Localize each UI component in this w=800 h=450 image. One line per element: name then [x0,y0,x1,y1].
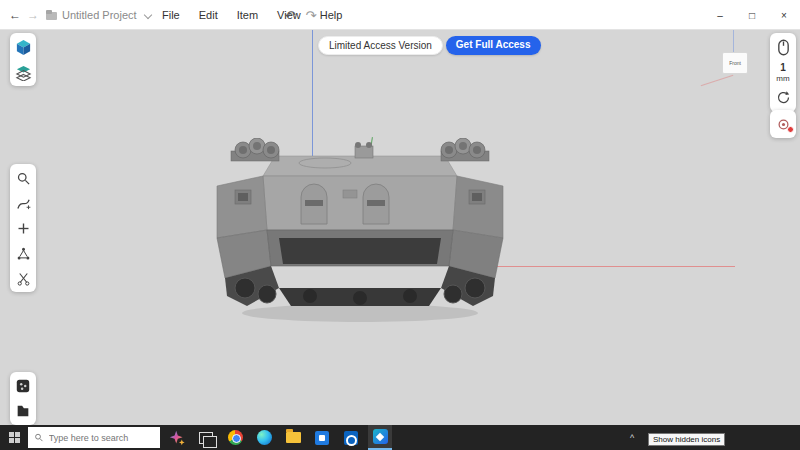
windows-logo-icon [9,432,20,443]
share-button[interactable]: Share [644,5,689,25]
window-controls: – □ × [704,0,800,30]
mouse-settings-button[interactable] [773,37,793,57]
viewcube-x-line [701,75,734,86]
capture-icon [15,403,31,419]
plus-icon [16,221,31,236]
search-icon [16,171,31,186]
move-tool-button[interactable] [13,243,33,263]
get-full-access-button[interactable]: Get Full Access [446,36,541,55]
search-icon [34,432,44,443]
outlook-icon [344,431,358,445]
maximize-button[interactable]: □ [736,0,768,30]
model-3d-apc[interactable] [205,138,515,333]
taskbar-app-chrome[interactable] [223,425,247,450]
taskbar-app-explorer[interactable] [281,425,305,450]
viewcube-z-line [733,28,734,52]
menu-help[interactable]: Help [320,9,343,21]
show-hidden-icons-button[interactable]: ^ [630,433,634,443]
task-view-button[interactable] [194,425,218,450]
hidden-icons-tooltip: Show hidden icons [648,433,725,446]
menu-item[interactable]: Item [237,9,258,21]
start-button[interactable] [0,425,28,450]
redo-button[interactable]: ↷ [301,5,321,25]
undo-button[interactable]: ↶ [280,5,300,25]
cad-app-icon [373,429,388,444]
sparkle-icon [169,430,185,446]
material-tool-button[interactable] [13,376,33,396]
taskbar-app-store[interactable] [310,425,334,450]
search-input[interactable] [49,433,154,443]
project-icon [45,8,58,21]
orbit-icon [776,90,791,105]
titlebar: ← → Untitled Project File Edit Item View… [0,0,800,30]
menu-edit[interactable]: Edit [199,9,218,21]
add-tool-button[interactable] [13,218,33,238]
cut-tool-button[interactable] [13,268,33,288]
zoom-tool-button[interactable] [13,168,33,188]
chrome-icon [228,430,243,445]
scene-panel [10,33,36,86]
edge-icon [257,430,272,445]
move-icon [16,246,31,261]
minimize-button[interactable]: – [704,0,736,30]
mouse-icon [777,39,790,56]
unit-value: 1 [776,62,789,74]
curve-tool-button[interactable] [13,193,33,213]
layers-icon [15,64,32,81]
task-view-icon [199,432,213,444]
curve-icon [16,196,31,211]
tools-panel [10,164,36,292]
limited-access-label: Limited Access Version [318,36,443,55]
cube-icon [15,39,32,56]
menu-file[interactable]: File [162,9,180,21]
alerts-panel [770,110,796,138]
copilot-button[interactable] [165,425,189,450]
app-window: ← → Untitled Project File Edit Item View… [0,0,800,450]
taskbar-search[interactable] [28,427,160,448]
view-mode-cube-button[interactable] [13,37,33,57]
taskbar-app-3d-active[interactable] [368,425,392,450]
material-icon [15,378,31,394]
close-button[interactable]: × [768,0,800,30]
viewport-3d[interactable]: Limited Access Version Get Full Access F… [0,30,800,425]
access-banner: Limited Access Version Get Full Access [318,36,541,55]
capture-tool-button[interactable] [13,401,33,421]
view-cube[interactable]: Front [722,52,748,74]
folder-icon [286,432,301,443]
extra-tools-panel [10,372,36,425]
navigation-panel: 1 mm [770,33,796,112]
scissors-icon [16,271,31,286]
sync-alert-button[interactable] [773,114,793,134]
taskbar-app-outlook[interactable] [339,425,363,450]
orbit-button[interactable] [773,88,793,108]
taskbar-app-edge[interactable] [252,425,276,450]
share-icon [647,11,656,20]
store-icon [315,431,329,445]
forward-button[interactable]: → [24,5,42,25]
back-button[interactable]: ← [6,5,24,25]
share-label: Share [659,10,686,21]
layers-button[interactable] [13,62,33,82]
alert-badge [787,126,794,133]
unit-selector[interactable]: 1 mm [776,62,789,83]
unit-name: mm [776,74,789,83]
